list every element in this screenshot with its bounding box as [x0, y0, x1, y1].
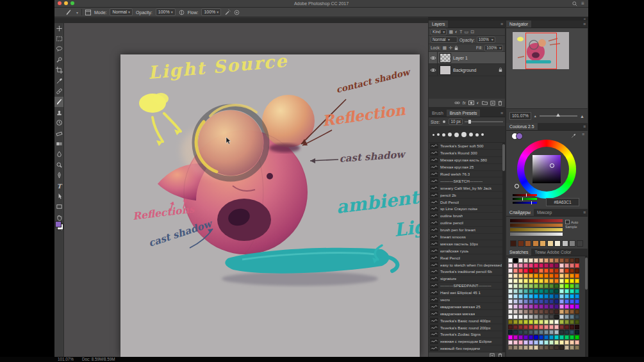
canvas-area[interactable]: Light Source contact shadow Reflection c…	[64, 23, 428, 357]
brush-preset-row[interactable]: Tsverka's Round 300	[429, 150, 505, 157]
color-swatch[interactable]	[508, 304, 513, 309]
color-swatch[interactable]	[518, 294, 523, 299]
color-swatch[interactable]	[559, 345, 564, 350]
brush-preset-row[interactable]: Tsverka's Super soft 500	[429, 143, 505, 150]
color-swatch[interactable]	[544, 263, 549, 268]
color-swatch[interactable]	[524, 330, 528, 334]
color-swatch[interactable]	[575, 345, 579, 350]
brush-preset-row[interactable]: signature	[429, 276, 505, 283]
color-swatch[interactable]	[554, 309, 559, 314]
color-swatch[interactable]	[513, 315, 518, 319]
color-swatch[interactable]	[544, 258, 549, 263]
color-swatch[interactable]	[518, 268, 523, 273]
color-swatch[interactable]	[544, 345, 549, 350]
brush-preset-row[interactable]: brush pen for lineart	[429, 227, 505, 234]
brush-tip-preview[interactable]	[437, 133, 440, 136]
brush-preset-row[interactable]: Мягкая круглая кисть 380	[429, 157, 505, 164]
color-swatch[interactable]	[554, 279, 559, 283]
color-swatch[interactable]	[549, 258, 554, 263]
chevron-down-icon[interactable]: ▾	[76, 10, 78, 15]
navigator-thumbnail[interactable]	[513, 32, 569, 69]
brush-preset-row[interactable]: ----------SPEEDPAINT----------	[429, 283, 505, 290]
color-swatch[interactable]	[575, 325, 579, 329]
tab-brush-presets[interactable]: Brush Presets	[447, 110, 481, 117]
color-swatch[interactable]	[518, 279, 523, 283]
color-swatch[interactable]	[570, 299, 574, 304]
color-swatch[interactable]	[570, 340, 574, 345]
color-swatch[interactable]	[518, 325, 523, 329]
mixer-chip[interactable]	[577, 240, 583, 247]
color-swatch[interactable]	[508, 294, 513, 299]
link-layers-icon[interactable]	[454, 101, 460, 104]
marquee-tool[interactable]	[54, 33, 63, 44]
color-swatch[interactable]	[513, 284, 518, 288]
color-swatch[interactable]	[534, 294, 538, 299]
move-tool[interactable]	[54, 23, 63, 33]
color-swatch[interactable]	[554, 325, 559, 329]
color-swatch[interactable]	[529, 274, 533, 278]
color-swatch[interactable]	[539, 268, 543, 273]
color-swatch[interactable]	[559, 263, 564, 268]
brush-preset-row[interactable]: китайская тушь	[429, 247, 505, 254]
color-swatch[interactable]	[544, 268, 549, 273]
hex-value-field[interactable]: #8A63C1	[546, 198, 579, 206]
color-swatch[interactable]	[539, 335, 543, 340]
color-swatch[interactable]	[518, 274, 523, 278]
color-swatch[interactable]	[524, 263, 528, 268]
color-swatch[interactable]	[570, 268, 574, 273]
color-swatch[interactable]	[544, 315, 549, 319]
visibility-eye-icon[interactable]	[429, 52, 438, 63]
brush-preset-row[interactable]: Мягкая круглая 25	[429, 164, 505, 171]
color-swatch[interactable]	[575, 268, 579, 273]
color-swatch[interactable]	[549, 268, 554, 273]
color-swatch[interactable]	[508, 345, 513, 350]
color-swatch[interactable]	[559, 309, 564, 314]
workspace-menu-icon[interactable]: ≡	[581, 1, 584, 6]
color-swatch[interactable]	[539, 315, 543, 319]
mixer-chip[interactable]	[569, 240, 575, 247]
color-swatch[interactable]	[565, 304, 569, 309]
color-swatch[interactable]	[513, 345, 518, 350]
layer-name[interactable]: Background	[453, 68, 499, 72]
navigator-panel-menu-icon[interactable]: ≡	[583, 21, 588, 28]
color-swatch[interactable]	[524, 274, 528, 278]
color-swatch[interactable]	[513, 340, 518, 345]
color-swatch[interactable]	[534, 330, 538, 334]
color-swatch[interactable]	[524, 284, 528, 288]
color-swatch[interactable]	[524, 304, 528, 309]
color-swatch[interactable]	[570, 320, 574, 324]
color-swatch[interactable]	[565, 289, 569, 293]
lock-position-icon[interactable]: ✛	[449, 45, 452, 51]
color-swatch[interactable]	[554, 315, 559, 319]
color-swatch[interactable]	[575, 294, 579, 299]
color-swatch[interactable]	[565, 325, 569, 329]
opacity-select[interactable]: 100%▾	[156, 8, 176, 16]
lock-transparency-icon[interactable]: ▦	[443, 45, 447, 51]
color-swatch[interactable]	[544, 304, 549, 309]
lock-all-icon[interactable]	[454, 45, 458, 51]
color-swatch[interactable]	[575, 274, 579, 278]
color-swatch[interactable]	[524, 258, 528, 263]
color-swatch[interactable]	[565, 263, 569, 268]
color-swatch[interactable]	[549, 299, 554, 304]
color-swatch[interactable]	[534, 284, 538, 288]
color-swatch[interactable]	[529, 309, 533, 314]
layer-thumbnail[interactable]	[440, 65, 451, 75]
color-swatch[interactable]	[529, 263, 533, 268]
color-swatch[interactable]	[518, 345, 523, 350]
brush-tip-preview[interactable]	[433, 134, 434, 136]
color-swatch[interactable]	[524, 340, 528, 345]
new-layer-icon[interactable]	[490, 101, 495, 106]
color-swatch[interactable]	[570, 330, 574, 334]
pen-tool[interactable]	[54, 170, 63, 180]
mixer-gradient-bar[interactable]	[510, 228, 563, 231]
crop-tool[interactable]	[54, 65, 63, 76]
color-swatch[interactable]	[513, 304, 518, 309]
color-swatch[interactable]	[565, 274, 569, 278]
color-swatch[interactable]	[529, 294, 533, 299]
color-swatch[interactable]	[524, 268, 528, 273]
delete-layer-trash-icon[interactable]	[498, 101, 502, 106]
color-swatch[interactable]	[559, 315, 564, 319]
toggle-brush-panel-icon[interactable]	[85, 10, 91, 15]
color-swatch[interactable]	[570, 289, 574, 293]
